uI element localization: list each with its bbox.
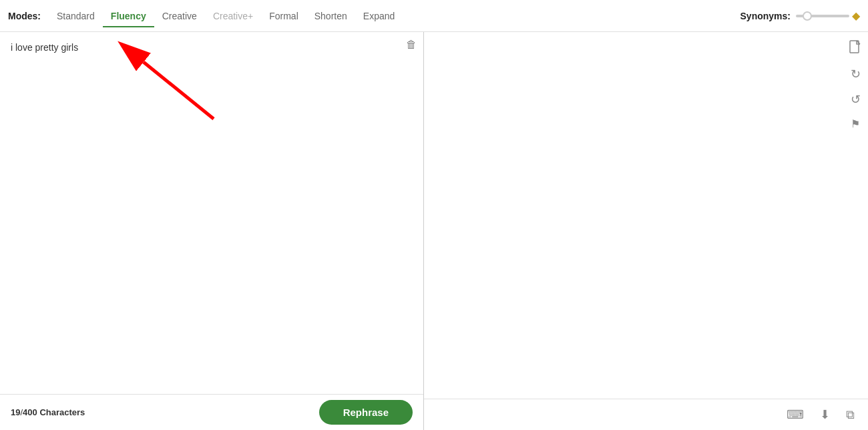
copy-button[interactable]: ⧉ [843,405,857,425]
char-max: 400 [23,407,37,417]
download-button[interactable]: ⬇ [817,405,833,425]
mode-creative-plus[interactable]: Creative+ [205,5,261,27]
mode-creative[interactable]: Creative [154,5,205,27]
copy-icon: ⧉ [846,408,855,421]
input-area[interactable]: i love pretty girls 🗑 [0,32,423,394]
synonyms-slider-container[interactable]: ◆ [796,9,860,22]
mode-standard[interactable]: Standard [49,5,103,27]
svg-line-1 [144,62,214,119]
left-panel: i love pretty girls 🗑 19/400 Characters … [0,32,424,430]
trash-icon: 🗑 [406,39,417,50]
right-bottom-bar: ⌨ ⬇ ⧉ [424,399,868,430]
toolbar: Modes: Standard Fluency Creative Creativ… [0,0,868,32]
synonyms-section: Synonyms: ◆ [740,9,860,22]
modes-label: Modes: [8,11,41,21]
mode-fluency[interactable]: Fluency [103,5,154,27]
left-bottom-bar: 19/400 Characters Rephrase [0,394,423,430]
right-panel: ↻ ↺ ⚑ ⌨ ⬇ ⧉ [424,32,868,430]
keyboard-button[interactable]: ⌨ [784,405,807,425]
flag-icon: ⚑ [851,118,860,130]
refresh-button[interactable]: ↻ [847,64,864,84]
new-doc-button[interactable] [847,37,864,59]
svg-rect-2 [850,41,859,53]
char-count: 19/400 Characters [11,407,85,417]
synonyms-slider-track[interactable] [796,15,849,17]
char-label: Characters [39,407,85,417]
new-doc-icon [849,40,861,56]
mode-expand[interactable]: Expand [355,5,403,27]
mode-formal[interactable]: Formal [261,5,306,27]
rephrase-button[interactable]: Rephrase [319,400,413,425]
trash-button[interactable]: 🗑 [406,39,417,51]
flag-button[interactable]: ⚑ [847,115,864,133]
undo-icon: ↺ [851,92,861,107]
mode-shorten[interactable]: Shorten [306,5,355,27]
input-text: i love pretty girls [11,40,413,55]
main-content: i love pretty girls 🗑 19/400 Characters … [0,32,868,430]
refresh-icon: ↻ [851,67,861,81]
download-icon: ⬇ [820,408,830,421]
right-toolbar: ↻ ↺ ⚑ [843,32,868,138]
diamond-icon: ◆ [852,9,860,22]
keyboard-icon: ⌨ [787,408,804,421]
synonyms-label: Synonyms: [740,11,791,21]
synonyms-slider-thumb [803,11,812,21]
char-current: 19 [11,407,20,417]
undo-button[interactable]: ↺ [847,89,864,110]
